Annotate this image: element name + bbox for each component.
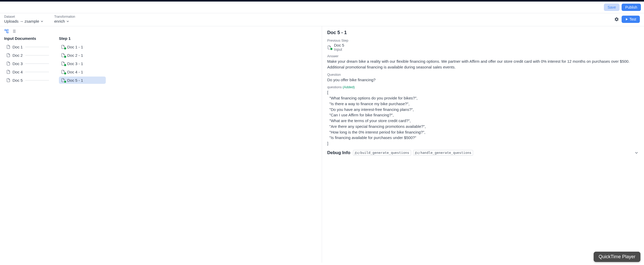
input-doc-item[interactable]: Doc 1 [4, 43, 51, 51]
doc-label: Doc 3 - 1 [67, 61, 83, 66]
step1-doc-item[interactable]: Doc 2 - 1 [59, 52, 106, 59]
list-view-icon[interactable] [11, 29, 16, 34]
document-icon [6, 70, 11, 74]
previous-step-label: Previous Step [327, 39, 639, 42]
function-icon: f(x) [355, 151, 360, 155]
document-icon [6, 78, 11, 83]
step1-column: Step 1 Doc 1 - 1Doc 2 - 1Doc 3 - 1Doc 4 … [59, 36, 106, 85]
main-area: Input Documents Doc 1Doc 2Doc 3Doc 4Doc … [0, 26, 644, 263]
doc-label: Doc 3 [13, 61, 23, 66]
test-button-label: Test [629, 17, 636, 21]
function-name: build_generate_questions [360, 151, 409, 155]
svg-rect-3 [7, 32, 8, 33]
connector-line [25, 47, 49, 47]
question-text: Do you offer bike financing? [327, 77, 639, 83]
doc-label: Doc 4 [13, 70, 23, 74]
input-doc-item[interactable]: Doc 3 [4, 60, 51, 67]
doc-label: Doc 1 [13, 45, 23, 49]
previous-step-row[interactable]: Doc 5 Input [327, 43, 639, 52]
connector-line [25, 64, 49, 64]
play-icon [625, 18, 628, 21]
document-check-icon [61, 45, 66, 49]
debug-info-row: Debug Info f(x)build_generate_questionsf… [327, 150, 639, 156]
document-check-icon [61, 61, 66, 66]
debug-function-chip[interactable]: f(x)build_generate_questions [353, 150, 411, 156]
function-icon: f(x) [415, 151, 420, 155]
document-check-icon [327, 45, 332, 50]
save-button[interactable]: Save [604, 4, 620, 11]
svg-marker-0 [626, 18, 628, 20]
questions-label: questions [327, 85, 342, 89]
step1-doc-item[interactable]: Doc 3 - 1 [59, 60, 106, 67]
config-row: Dataset Uploads → zsample Transformation… [0, 13, 644, 26]
document-check-icon [61, 70, 66, 74]
document-check-icon [61, 78, 66, 83]
doc-label: Doc 2 - 1 [67, 53, 83, 58]
connector-line [25, 80, 49, 80]
tree-view-icon[interactable] [4, 29, 9, 34]
doc-label: Doc 5 [13, 78, 23, 83]
connector-line [25, 55, 49, 55]
input-documents-header: Input Documents [4, 36, 51, 41]
connector-line [25, 72, 49, 72]
input-documents-column: Input Documents Doc 1Doc 2Doc 3Doc 4Doc … [4, 36, 51, 85]
chevron-down-icon [66, 20, 70, 23]
step1-doc-item[interactable]: Doc 1 - 1 [59, 43, 106, 51]
previous-step-name: Doc 5 [334, 43, 344, 47]
questions-json-block: [ "What financing options do you provide… [327, 90, 639, 146]
doc-label: Doc 2 [13, 53, 23, 58]
function-name: handle_generate_questions [420, 151, 472, 155]
input-doc-item[interactable]: Doc 2 [4, 52, 51, 59]
debug-function-chip[interactable]: f(x)handle_generate_questions [413, 150, 473, 156]
quicktime-player-pill[interactable]: QuickTime Player [594, 252, 640, 262]
added-tag: (Added) [343, 85, 355, 89]
document-check-icon [61, 53, 66, 58]
document-icon [6, 45, 11, 49]
document-columns: Input Documents Doc 1Doc 2Doc 3Doc 4Doc … [0, 36, 322, 85]
doc-label: Doc 5 - 1 [67, 78, 83, 83]
svg-rect-1 [5, 29, 6, 31]
publish-button[interactable]: Publish [622, 4, 641, 11]
transformation-value: enrich [54, 19, 65, 23]
document-icon [6, 61, 11, 66]
test-button[interactable]: Test [622, 16, 640, 23]
doc-label: Doc 4 - 1 [67, 70, 83, 74]
detail-title: Doc 5 - 1 [327, 30, 639, 35]
view-toggle [0, 29, 322, 36]
questions-label-row: questions (Added) [327, 85, 639, 89]
debug-info-label: Debug Info [327, 150, 350, 155]
svg-rect-2 [7, 29, 8, 31]
document-icon [6, 53, 11, 58]
step1-doc-item[interactable]: Doc 4 - 1 [59, 68, 106, 75]
transformation-selector[interactable]: Transformation enrich [54, 15, 75, 23]
top-toolbar: Save Publish [0, 2, 644, 13]
question-label: Question [327, 73, 639, 77]
input-doc-item[interactable]: Doc 4 [4, 68, 51, 75]
answer-text: Make your dream bike a reality with our … [327, 59, 639, 70]
chevron-down-icon[interactable] [634, 150, 639, 155]
dataset-value: Uploads → zsample [4, 19, 39, 23]
left-pane: Input Documents Doc 1Doc 2Doc 3Doc 4Doc … [0, 26, 322, 263]
input-doc-item[interactable]: Doc 5 [4, 77, 51, 84]
step1-doc-item[interactable]: Doc 5 - 1 [59, 77, 106, 84]
dataset-selector[interactable]: Dataset Uploads → zsample [4, 15, 44, 23]
previous-step-type: Input [334, 47, 344, 52]
chevron-down-icon [40, 20, 44, 23]
transformation-label: Transformation [54, 15, 75, 18]
gear-icon[interactable] [614, 17, 619, 22]
dataset-label: Dataset [4, 15, 44, 18]
detail-pane: Doc 5 - 1 Previous Step Doc 5 Input Answ… [322, 26, 644, 263]
answer-label: Answer [327, 54, 639, 58]
step1-header: Step 1 [59, 36, 106, 41]
doc-label: Doc 1 - 1 [67, 45, 83, 49]
